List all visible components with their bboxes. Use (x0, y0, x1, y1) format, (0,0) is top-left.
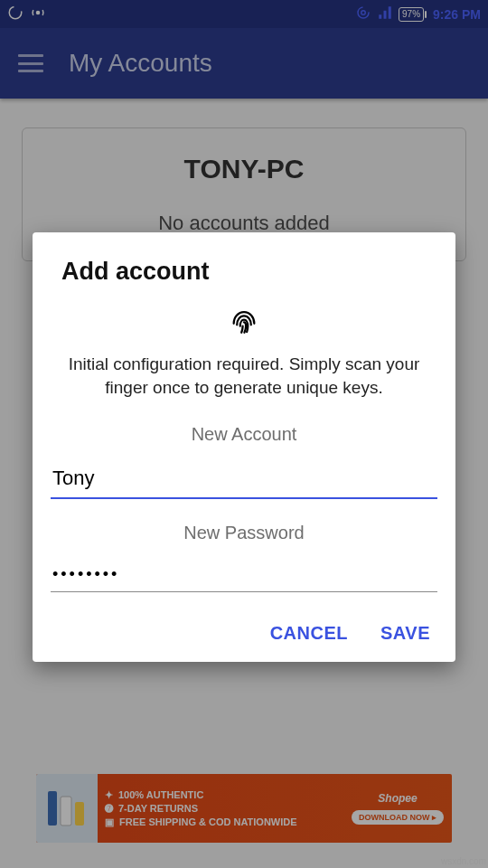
save-button[interactable]: SAVE (380, 623, 430, 644)
account-name-input[interactable] (51, 461, 437, 499)
password-field-label: New Password (51, 523, 437, 543)
screen: 97% 9:26 PM My Accounts TONY-PC No accou… (0, 0, 488, 868)
dialog-actions: CANCEL SAVE (51, 623, 437, 644)
add-account-dialog: Add account Initial configuration requir… (33, 232, 455, 662)
fingerprint-icon (51, 306, 437, 340)
password-input[interactable] (51, 560, 437, 592)
account-field-label: New Account (51, 424, 437, 445)
dialog-title: Add account (51, 258, 437, 286)
watermark: wsxdn.com (441, 856, 486, 866)
cancel-button[interactable]: CANCEL (270, 623, 348, 644)
dialog-message: Initial configuration required. Simply s… (51, 353, 437, 399)
